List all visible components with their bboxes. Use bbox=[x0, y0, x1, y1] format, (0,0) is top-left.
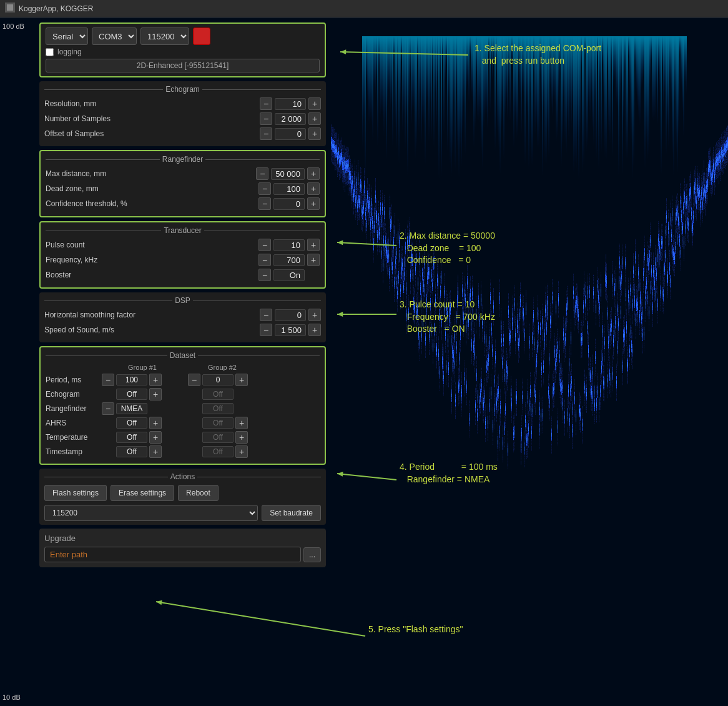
group1-header: Group #1 bbox=[102, 364, 183, 371]
port-select[interactable]: COM1 COM2 COM3 COM4 bbox=[92, 27, 137, 45]
offset-plus[interactable]: + bbox=[308, 127, 321, 140]
confidence-plus[interactable]: + bbox=[307, 197, 320, 210]
ds-g1-plus[interactable]: + bbox=[149, 374, 162, 386]
smoothing-plus[interactable]: + bbox=[308, 309, 321, 321]
group2-header: Group #2 bbox=[188, 364, 257, 371]
max-distance-value: 50 000 bbox=[271, 168, 305, 180]
samples-plus[interactable]: + bbox=[308, 112, 321, 125]
frequency-minus[interactable]: − bbox=[258, 254, 271, 266]
max-distance-minus[interactable]: − bbox=[256, 167, 268, 180]
logging-checkbox[interactable] bbox=[46, 48, 54, 56]
samples-row: Number of Samples − 2 000 + bbox=[44, 112, 321, 125]
max-distance-label: Max distance, mm bbox=[46, 169, 256, 178]
smoothing-minus[interactable]: − bbox=[260, 309, 272, 321]
dead-zone-plus[interactable]: + bbox=[307, 182, 320, 195]
pulse-count-label: Pulse count bbox=[46, 241, 258, 249]
ds-row-label: AHRS bbox=[46, 419, 102, 427]
connection-type-select[interactable]: Serial TCP UDP bbox=[46, 27, 88, 45]
pulse-count-plus[interactable]: + bbox=[307, 239, 320, 251]
flash-settings-button[interactable]: Flash settings bbox=[44, 485, 107, 501]
device-id-bar: 2D-Enhanced [-955121541] bbox=[46, 59, 320, 72]
offset-minus[interactable]: − bbox=[260, 127, 272, 140]
smoothing-controls: − 0 + bbox=[260, 309, 321, 321]
ds-group1: Off+ bbox=[102, 417, 183, 429]
ds-g1-minus[interactable]: − bbox=[102, 374, 114, 386]
app-icon bbox=[5, 2, 15, 14]
ds-g2-value: Off bbox=[202, 389, 234, 400]
offset-label: Offset of Samples bbox=[44, 129, 260, 138]
baudrate-row: 9600 19200 38400 57600 115200 Set baudra… bbox=[44, 505, 321, 521]
dead-zone-value: 100 bbox=[273, 183, 305, 195]
baudrate-select[interactable]: 9600 19200 38400 57600 115200 bbox=[44, 505, 258, 521]
ds-g1-value: Off bbox=[116, 389, 147, 400]
offset-value: 0 bbox=[275, 128, 306, 140]
ds-group1: Off+ bbox=[102, 445, 183, 458]
logging-label: logging bbox=[57, 47, 82, 56]
pulse-count-minus[interactable]: − bbox=[258, 239, 271, 251]
confidence-controls: − 0 + bbox=[258, 197, 320, 210]
ds-g2-plus[interactable]: + bbox=[235, 417, 248, 429]
confidence-minus[interactable]: − bbox=[258, 197, 271, 210]
erase-settings-button[interactable]: Erase settings bbox=[111, 485, 174, 501]
baud-select[interactable]: 9600 19200 38400 57600 115200 bbox=[140, 27, 189, 45]
db-scale: 100 dB 10 dB bbox=[0, 17, 34, 706]
rangefinder-section: Rangefinder Max distance, mm − 50 000 + … bbox=[39, 150, 326, 217]
dead-zone-label: Dead zone, mm bbox=[46, 184, 258, 193]
dead-zone-minus[interactable]: − bbox=[258, 182, 271, 195]
ds-g1-value: Off bbox=[116, 446, 147, 457]
speed-minus[interactable]: − bbox=[260, 324, 272, 336]
dataset-row: Rangefinder−NMEAOff bbox=[46, 402, 320, 415]
rangefinder-title: Rangefinder bbox=[46, 155, 320, 164]
ds-g1-plus[interactable]: + bbox=[149, 431, 162, 444]
samples-label: Number of Samples bbox=[44, 114, 260, 123]
ds-g2-plus[interactable]: + bbox=[235, 431, 248, 444]
ds-row-label: Temperature bbox=[46, 433, 102, 442]
speed-plus[interactable]: + bbox=[308, 324, 321, 336]
confidence-row: Confidence threshold, % − 0 + bbox=[46, 197, 320, 210]
transducer-section: Transducer Pulse count − 10 + Frequency,… bbox=[39, 221, 326, 289]
ds-g2-plus[interactable]: + bbox=[235, 374, 248, 386]
booster-controls: − On + bbox=[258, 269, 320, 281]
dead-zone-controls: − 100 + bbox=[258, 182, 320, 195]
ds-g2-value: Off bbox=[202, 417, 234, 429]
ds-group2: Off+ bbox=[188, 445, 257, 458]
booster-row: Booster − On + bbox=[46, 269, 320, 281]
browse-button[interactable]: ... bbox=[303, 547, 321, 562]
ds-g2-minus[interactable]: − bbox=[188, 374, 200, 386]
ds-g1-plus[interactable]: + bbox=[149, 445, 162, 458]
resolution-plus[interactable]: + bbox=[308, 97, 321, 110]
samples-minus[interactable]: − bbox=[260, 112, 272, 125]
set-baudrate-button[interactable]: Set baudrate bbox=[262, 505, 321, 521]
db-bottom: 10 dB bbox=[2, 694, 32, 701]
ds-row-label: Echogram bbox=[46, 390, 102, 399]
reboot-button[interactable]: Reboot bbox=[178, 485, 219, 501]
ds-group1: −NMEA bbox=[102, 402, 183, 415]
ds-g1-plus[interactable]: + bbox=[149, 417, 162, 429]
offset-controls: − 0 + bbox=[260, 127, 321, 140]
ds-g1-plus[interactable]: + bbox=[149, 388, 162, 400]
ds-row-label: Timestamp bbox=[46, 447, 102, 456]
resolution-minus[interactable]: − bbox=[260, 97, 272, 110]
speed-controls: − 1 500 + bbox=[260, 324, 321, 336]
dsp-title: DSP bbox=[44, 296, 321, 305]
smoothing-row: Horizontal smoothing factor − 0 + bbox=[44, 309, 321, 321]
titlebar: KoggerApp, KOGGER bbox=[0, 0, 728, 17]
path-input[interactable] bbox=[44, 547, 301, 562]
ds-g2-plus[interactable]: + bbox=[235, 445, 248, 458]
ds-g1-minus[interactable]: − bbox=[102, 402, 114, 415]
booster-minus[interactable]: − bbox=[258, 269, 271, 281]
max-distance-row: Max distance, mm − 50 000 + bbox=[46, 167, 320, 180]
run-button[interactable] bbox=[193, 27, 210, 45]
ds-g1-value: Off bbox=[116, 432, 147, 443]
dead-zone-row: Dead zone, mm − 100 + bbox=[46, 182, 320, 195]
frequency-controls: − 700 + bbox=[258, 254, 320, 266]
echogram-section: Echogram Resolution, mm − 10 + Number of… bbox=[39, 81, 326, 146]
dataset-row: TemperatureOff+Off+ bbox=[46, 431, 320, 444]
max-distance-plus[interactable]: + bbox=[307, 167, 320, 180]
pulse-count-controls: − 10 + bbox=[258, 239, 320, 251]
max-distance-controls: − 50 000 + bbox=[256, 167, 320, 180]
dataset-row: Period, ms−100+−0+ bbox=[46, 374, 320, 386]
dataset-row: TimestampOff+Off+ bbox=[46, 445, 320, 458]
speed-label: Speed of Sound, m/s bbox=[44, 326, 260, 334]
frequency-plus[interactable]: + bbox=[307, 254, 320, 266]
